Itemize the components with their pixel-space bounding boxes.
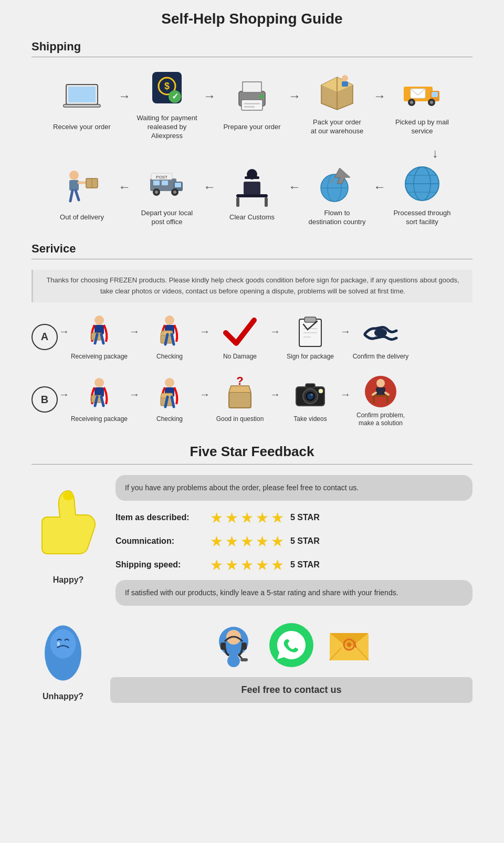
svg-point-109 [50, 629, 76, 658]
svg-point-79 [94, 378, 104, 387]
b-question: ? Good in question [211, 375, 269, 424]
svg-point-107 [63, 492, 74, 500]
contact-bar: Feel free to contact us [110, 677, 472, 703]
svg-line-34 [76, 191, 79, 200]
svg-rect-47 [245, 176, 259, 179]
star-label-1: Coumnication: [116, 536, 210, 546]
svg-rect-102 [372, 395, 390, 397]
svg-rect-1 [68, 87, 96, 102]
b-confirm: Confirm problem,make a solution [352, 372, 410, 428]
printer-icon [231, 77, 273, 119]
flow-prepare: Prepare your order [218, 77, 286, 132]
svg-rect-48 [244, 182, 260, 195]
svg-text:✓: ✓ [172, 92, 178, 101]
star-count-0: 5 STAR [290, 513, 320, 522]
flow-out-delivery: Out of delivery [48, 167, 116, 222]
svg-line-67 [101, 334, 103, 343]
svg-rect-22 [432, 92, 438, 97]
delivery-truck-icon [401, 72, 443, 114]
a-arrow-4: → [340, 325, 351, 338]
flow-depart: POST Depart your localpost office [133, 163, 201, 227]
contact-icons-row [110, 621, 472, 669]
a-nodamage: No Damage [211, 313, 269, 361]
flow-customs-label: Clear Customs [229, 213, 275, 222]
hero-open-a-icon [151, 313, 188, 350]
flow-waiting: $ ✓ Waiting for paymentrealeased by Alie… [133, 68, 201, 141]
svg-rect-19 [342, 81, 348, 87]
unhappy-icon [34, 616, 92, 690]
svg-line-33 [70, 191, 72, 201]
flow-sort-label: Processed throughsort facility [393, 209, 450, 227]
svg-point-28 [69, 171, 79, 180]
svg-text:?: ? [236, 375, 243, 387]
flow-pack-label: Pack your orderat our warehouse [311, 118, 363, 136]
star-1-4: ★ [256, 533, 269, 550]
svg-rect-42 [153, 181, 160, 185]
question-box-icon: ? [222, 375, 258, 412]
flow-receive-label: Receive your order [53, 123, 111, 132]
a-arrow-1: → [129, 325, 140, 338]
svg-point-24 [410, 101, 413, 104]
email-icon [326, 621, 373, 669]
svg-point-85 [165, 378, 174, 387]
b-check: Checking [141, 375, 198, 424]
stars-1: ★ ★ ★ ★ ★ [210, 533, 284, 550]
scenario-b-row: B → [32, 372, 472, 428]
star-2-2: ★ [225, 556, 238, 574]
flow-out-delivery-label: Out of delivery [60, 213, 104, 222]
whatsapp-icon [268, 621, 315, 669]
svg-rect-2 [64, 104, 100, 107]
arrow-r4: ← [373, 180, 386, 194]
star-2-5: ★ [271, 556, 284, 574]
b-arrow-3: → [270, 388, 280, 401]
scenario-a-row: A → [32, 313, 472, 361]
package-icon [316, 72, 358, 114]
svg-point-110 [57, 641, 60, 646]
arrow-3: → [288, 89, 301, 103]
star-label-0: Item as described: [116, 513, 210, 522]
star-2-1: ★ [210, 556, 223, 574]
b-question-label: Good in question [216, 415, 264, 424]
svg-rect-74 [304, 317, 316, 322]
person-carrying-icon [61, 167, 103, 209]
star-2-3: ★ [240, 556, 254, 574]
b-arrow-1: → [129, 388, 140, 401]
svg-rect-50 [236, 197, 239, 207]
svg-point-41 [173, 191, 176, 194]
a-receive: Receiveing package [70, 313, 128, 361]
service-note: Thanks for choosing FREZEN products. Ple… [32, 270, 472, 302]
airplane-globe-icon [316, 163, 358, 205]
feedback-bubble2: If satisfied with our products, kindly l… [116, 580, 472, 606]
a-sign-label: Sign for package [287, 353, 334, 361]
b-video: Take videos [281, 375, 339, 424]
star-row-0: Item as described: ★ ★ ★ ★ ★ 5 STAR [116, 509, 472, 526]
unhappy-figure: Unhappy? [32, 616, 94, 701]
star-1-1: ★ [210, 533, 223, 550]
svg-rect-114 [242, 642, 247, 650]
star-count-1: 5 STAR [290, 536, 320, 546]
b-receive: Receiveing package [70, 375, 128, 424]
scenario-b-label: B [32, 386, 58, 413]
svg-point-39 [155, 191, 158, 194]
flow-depart-label: Depart your localpost office [141, 209, 193, 227]
shipping-section: Shipping Receive your order → [32, 40, 472, 226]
flow-prepare-label: Prepare your order [223, 123, 280, 132]
laptop-icon [61, 77, 103, 119]
arrow-r2: ← [203, 180, 216, 194]
svg-point-124 [347, 642, 351, 647]
star-0-2: ★ [225, 509, 238, 526]
happy-label: Happy? [53, 575, 84, 585]
arrow-1: → [118, 89, 131, 103]
page-title: Self-Help Shopping Guide [32, 10, 472, 27]
headset-icon [210, 621, 257, 669]
flow-receive: Receive your order [48, 77, 116, 132]
a-nodamage-label: No Damage [223, 353, 257, 361]
svg-rect-51 [265, 197, 268, 207]
star-0-5: ★ [271, 509, 284, 526]
star-0-1: ★ [210, 509, 223, 526]
svg-point-100 [376, 379, 385, 387]
svg-point-62 [94, 315, 104, 325]
arrow-r3: ← [288, 180, 301, 194]
scenario-a-label: A [32, 324, 58, 350]
svg-rect-37 [175, 183, 181, 187]
